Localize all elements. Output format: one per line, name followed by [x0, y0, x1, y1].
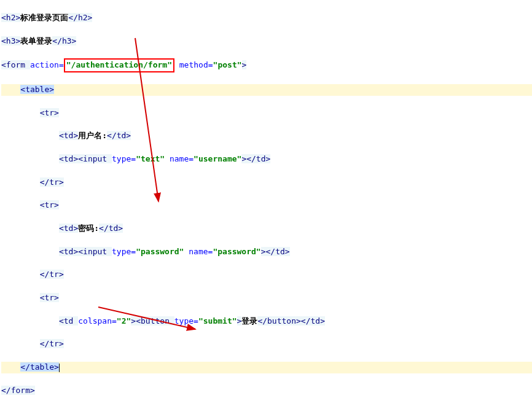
code-line: </tr>: [1, 338, 532, 350]
code-line: <h3>表单登录</h3>: [1, 36, 532, 47]
code-line: <td><input type="password" name="passwor…: [1, 246, 532, 258]
code-line: </table>: [1, 362, 532, 373]
code-line: <td>密码:</td>: [1, 223, 532, 235]
html-code-block: <h2>标准登录页面</h2> <h3>表单登录</h3> <form acti…: [0, 0, 532, 408]
code-line: <table>: [1, 84, 532, 96]
code-line: <td>用户名:</td>: [1, 130, 532, 142]
label-pass: 密码:: [78, 224, 99, 233]
label-user: 用户名:: [78, 131, 107, 140]
form-method-value: "post": [213, 60, 242, 69]
code-line: </form>: [1, 385, 532, 397]
text-caret: [59, 364, 60, 372]
code-line: <tr>: [1, 107, 532, 119]
form-action-value: "/authentication/form": [66, 60, 172, 69]
code-line: </tr>: [1, 269, 532, 281]
button-text: 登录: [241, 316, 257, 325]
code-line: <td><input type="text" name="username"><…: [1, 154, 532, 165]
h3-text: 表单登录: [20, 36, 52, 45]
code-line: <tr>: [1, 200, 532, 211]
code-line: <h2>标准登录页面</h2>: [1, 12, 532, 24]
code-line: </tr>: [1, 177, 532, 189]
code-line: <tr>: [1, 292, 532, 304]
h2-text: 标准登录页面: [20, 13, 68, 22]
code-line: <form action="/authentication/form" meth…: [1, 58, 532, 72]
form-action-highlight: "/authentication/form": [64, 58, 174, 72]
code-line: <td colspan="2"><button type="submit">登录…: [1, 316, 532, 327]
